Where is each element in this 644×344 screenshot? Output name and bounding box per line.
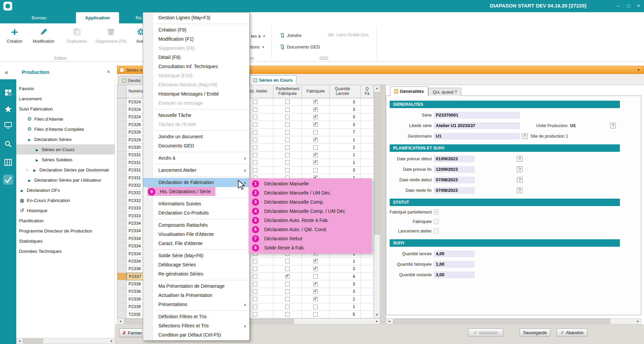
scroll-down-icon[interactable]: ▼ [374,312,380,318]
atelier-checkbox[interactable] [253,297,257,301]
context-menu-item[interactable]: Suppression (F6) [143,44,249,53]
row-selector[interactable] [117,288,126,296]
sidebar-item[interactable]: Suivi Fabrication [16,104,115,114]
atelier-checkbox[interactable] [253,312,257,317]
fragment-button-2[interactable]: tions ▼ [250,44,265,49]
sidebar-item[interactable]: En-Cours Fabrication [16,195,115,205]
context-menu-item[interactable]: Composants Rattachés [143,221,249,230]
search-icon[interactable] [3,139,13,149]
fabriquee-checkbox[interactable] [313,107,318,112]
context-menu-item[interactable]: Documents GED [143,141,249,150]
expand-icon[interactable]: › [26,167,30,173]
row-selector[interactable] [117,114,126,121]
context-menu-item[interactable] [143,129,249,132]
sauvegarde-button[interactable]: Sauvegarde [520,328,550,337]
context-menu-item[interactable]: Présentations › [143,300,249,309]
row-selector[interactable] [117,144,126,151]
apps-icon[interactable] [3,87,13,98]
suppression-button[interactable]: Suppression (F6) [94,25,128,50]
tab-series-en-cours[interactable]: Séries en Cours [250,75,296,85]
context-menu-item[interactable]: Caract. File d'Attente [143,239,249,248]
star-icon[interactable] [3,104,13,114]
header-partiellement[interactable]: Partiellement Fabriquée [273,85,302,98]
sidebar-item[interactable]: Statistiques [16,236,115,246]
row-selector[interactable] [117,129,126,136]
row-selector[interactable] [117,242,126,250]
table-vscrollbar[interactable]: ▲ ▼ [374,85,380,318]
context-menu-item[interactable]: Historique (F10) [143,71,249,80]
help-button[interactable]: ? [517,187,523,193]
fabriquee-checkbox[interactable] [313,259,318,263]
header-quantite-lancee[interactable]: Quantité Lancée [330,85,361,98]
context-menu-item[interactable]: Détail (F8) [143,53,249,62]
date-field[interactable]: 12/09/2023 [434,166,475,173]
row-selector[interactable] [117,182,126,189]
atelier-checkbox[interactable] [253,122,257,127]
submenu-item[interactable]: 6 Déclaration Auto. / Qté. Cond. [249,225,372,234]
fabriquee-checkbox[interactable] [313,153,318,157]
context-menu-item[interactable]: Lancement Atelier › [143,166,249,175]
row-selector[interactable] [117,98,126,106]
liens-entite-doc-button[interactable]: Liens Entité-Doc [328,32,369,37]
atelier-checkbox[interactable] [253,153,257,157]
row-selector[interactable] [117,227,126,235]
row-selector[interactable] [117,197,126,204]
context-menu-item[interactable]: Eléments Récents (Maj+F8) [143,80,249,89]
atelier-checkbox[interactable] [253,100,257,104]
fabriquee-checkbox[interactable] [313,130,318,135]
suivi-field[interactable]: 4,00 [434,250,475,257]
serie-field[interactable]: P23370001 [434,112,520,119]
fabriquee-checkbox[interactable] [313,100,318,104]
tab-qui-quand[interactable]: Qui, quand ? [428,88,462,96]
sidebar-item[interactable]: Séries en Cours [16,144,115,155]
submenu-item[interactable]: 5 Déclaration Auto. Reste à Fab. [249,216,372,225]
row-selector[interactable] [117,167,126,174]
row-selector[interactable] [117,189,126,197]
context-menu-item[interactable]: Déclaration Co-Produits [143,208,249,218]
scroll-up-icon[interactable]: ▲ [374,85,380,91]
libelle-field[interactable]: Atelier U1 2023S37 [434,122,520,129]
context-menu-item[interactable]: Définition Filtres et Tris [143,312,249,321]
atelier-checkbox[interactable] [253,259,257,263]
row-selector[interactable] [117,174,126,182]
partiellement-checkbox[interactable] [285,115,290,119]
partiellement-checkbox[interactable] [285,138,290,142]
context-menu-item[interactable]: Condition par Défaut (Ctrl-F5) [143,330,249,340]
row-selector[interactable] [117,250,126,258]
context-menu-item[interactable]: Actualiser la Présentation [143,291,249,300]
submenu-item[interactable]: 8 Solde Reste à Fab. [249,243,372,252]
atelier-checkbox[interactable] [253,305,257,309]
fabriquee-checkbox[interactable] [313,115,318,119]
atelier-checkbox[interactable] [253,168,257,173]
detail-hscrollbar[interactable]: ◄ ► [386,318,641,324]
date-field[interactable]: 07/08/2023 [434,187,475,194]
sidebar-item[interactable]: Déclaration Séries [16,134,115,144]
partiellement-checkbox[interactable] [285,107,290,112]
context-menu-item[interactable]: Sélections Filtres et Tris › [143,321,249,330]
statut-checkbox[interactable] [434,228,439,234]
statut-checkbox[interactable] [434,219,439,224]
row-selector[interactable] [117,106,126,113]
fabriquee-checkbox[interactable] [313,282,318,286]
context-menu-item[interactable] [143,163,249,166]
scroll-thumb[interactable] [393,319,610,324]
context-menu-item[interactable]: Ma Présentation de Démarrage [143,282,249,291]
sidebar-item[interactable]: Files d'Attente [16,114,115,124]
row-selector[interactable] [117,303,126,311]
context-menu-item[interactable] [143,150,249,154]
row-selector[interactable] [117,136,126,144]
sidebar-item[interactable]: Séries Soldées [16,155,115,165]
sidebar-item[interactable]: › Déclaration Séries par Gestionnair [16,165,115,175]
fabriquee-checkbox[interactable] [313,267,318,271]
scroll-thumb[interactable] [23,339,43,343]
submenu-item[interactable]: 2 Déclaration Manuelle / UM Déc. [249,188,372,198]
scroll-right-icon[interactable]: ► [635,319,641,324]
context-menu-item[interactable]: Envoyer un message [143,99,249,108]
window-menu-dropdown-icon[interactable]: ▼ [637,68,640,72]
atelier-checkbox[interactable] [253,115,257,119]
fabriquee-checkbox[interactable] [313,297,318,301]
production-icon[interactable] [3,175,13,185]
fragment-button-1[interactable]: tes à ▼ [251,34,266,39]
context-menu-item[interactable]: Informations Suivies [143,199,249,208]
scroll-left-icon[interactable]: ◄ [386,319,392,324]
